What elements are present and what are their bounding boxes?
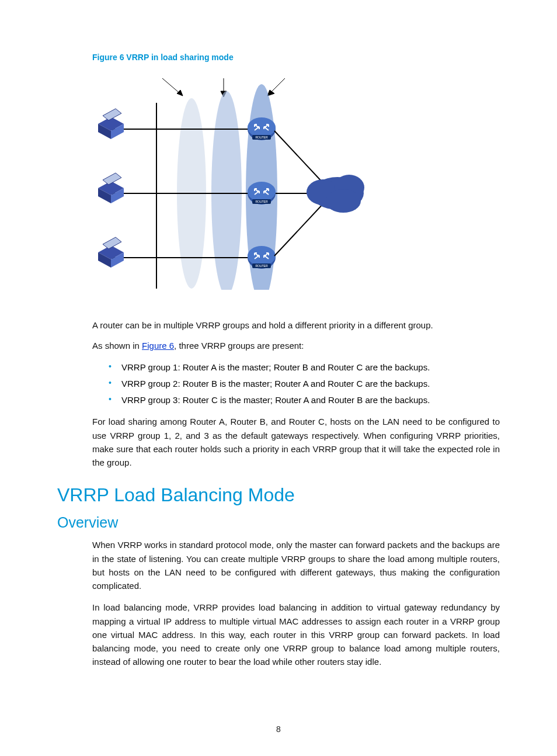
overview-paragraph-2: In load balancing mode, VRRP provides lo… [92, 601, 500, 668]
svg-text:ROUTER: ROUTER [255, 264, 268, 268]
svg-point-26 [248, 182, 276, 202]
svg-marker-1 [177, 90, 183, 96]
figure-6-link[interactable]: Figure 6 [142, 341, 174, 351]
intro-paragraph-2: As shown in Figure 6, three VRRP groups … [92, 339, 500, 353]
host-icon [98, 109, 124, 139]
host-icon [98, 237, 124, 268]
svg-point-22 [248, 117, 276, 137]
router-icon: ROUTER [248, 182, 276, 204]
router-icon: ROUTER [248, 246, 276, 269]
heading-1: VRRP Load Balancing Mode [57, 484, 500, 506]
heading-2: Overview [57, 514, 500, 531]
list-item: VRRP group 3: Router C is the master; Ro… [121, 392, 500, 408]
cloud-icon [307, 175, 364, 213]
svg-marker-12 [103, 109, 121, 120]
svg-text:ROUTER: ROUTER [255, 200, 268, 203]
svg-marker-5 [267, 90, 274, 96]
arrow-1-icon [162, 78, 183, 96]
list-item: VRRP group 2: Router B is the master; Ro… [121, 376, 500, 392]
group-2-icon [211, 91, 242, 290]
svg-marker-16 [103, 173, 121, 185]
text-post-link: , three VRRP groups are present: [174, 341, 304, 351]
router-icon: ROUTER [248, 117, 276, 140]
overview-paragraph-1: When VRRP works in standard protocol mod… [92, 538, 500, 592]
link-line-icon [274, 131, 325, 185]
text-pre-link: As shown in [92, 341, 142, 351]
figure-caption: Figure 6 VRRP in load sharing mode [92, 53, 500, 62]
intro-paragraph: A router can be in multiple VRRP groups … [92, 319, 500, 332]
figure-6-diagram: ROUTER ROUTER [92, 68, 500, 292]
svg-marker-20 [103, 237, 121, 249]
svg-text:ROUTER: ROUTER [255, 136, 268, 139]
svg-point-36 [326, 189, 361, 213]
host-icon [98, 173, 124, 203]
arrow-3-icon [267, 78, 285, 96]
body-paragraph: For load sharing among Router A, Router … [92, 415, 500, 469]
svg-point-30 [248, 246, 276, 266]
link-line-icon [274, 202, 325, 256]
page-number: 8 [0, 724, 557, 734]
vrrp-group-list: VRRP group 1: Router A is the master; Ro… [104, 359, 500, 408]
list-item: VRRP group 1: Router A is the master; Ro… [121, 359, 500, 376]
